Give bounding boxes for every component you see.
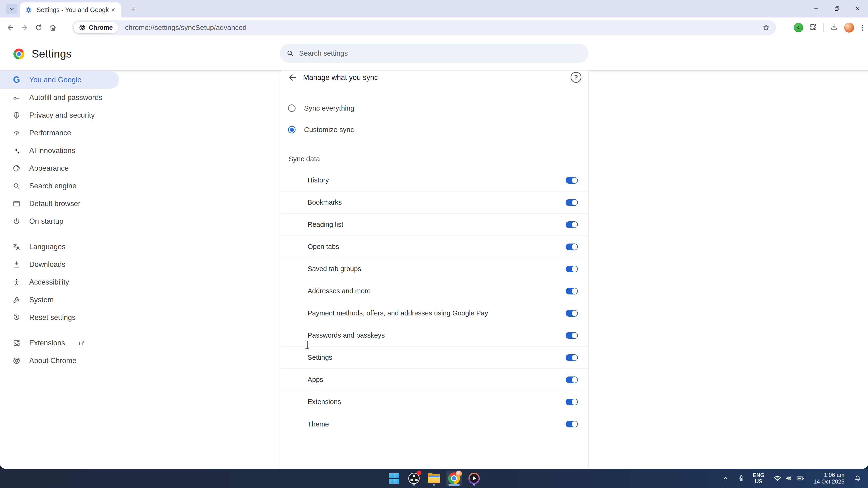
passwords-toggle[interactable] [566, 332, 578, 339]
forward-button[interactable] [18, 21, 32, 35]
tray-date: 14 Oct 2025 [813, 478, 844, 485]
settings-search-input[interactable]: Search settings [280, 44, 588, 63]
sidebar-item-downloads[interactable]: Downloads [0, 256, 122, 273]
radio-icon[interactable] [288, 126, 296, 133]
media-player-icon [468, 473, 480, 484]
bookmarks-toggle[interactable] [566, 199, 578, 206]
reading-list-toggle[interactable] [566, 221, 578, 228]
extensions-button[interactable] [809, 23, 817, 32]
taskbar-file-explorer[interactable] [426, 470, 442, 486]
history-toggle[interactable] [566, 177, 578, 184]
site-info-chip[interactable]: Chrome [73, 22, 118, 33]
page-back-button[interactable] [286, 71, 299, 84]
active-indicator [448, 484, 460, 486]
restore-button[interactable] [827, 0, 847, 18]
adblock-extension-icon[interactable] [794, 23, 803, 32]
download-icon [12, 261, 21, 268]
sidebar-item-reset-settings[interactable]: Reset settings [0, 308, 122, 326]
browser-menu-button[interactable] [860, 25, 865, 31]
wifi-icon[interactable] [773, 474, 781, 482]
radio-icon[interactable] [288, 104, 296, 112]
radio-sync-everything[interactable]: Sync everything [288, 101, 354, 116]
sparkle-icon [12, 147, 21, 155]
taskbar-chrome[interactable] [446, 470, 462, 486]
browser-window: Settings - You and Google × + [0, 0, 868, 469]
sidebar-divider [0, 234, 120, 234]
language-indicator[interactable]: ENG US [753, 472, 765, 484]
speedometer-icon [12, 129, 21, 137]
notification-bell-icon[interactable] [854, 475, 861, 482]
browser-toolbar: Chrome chrome://settings/syncSetup/advan… [0, 18, 868, 38]
taskbar-media-player[interactable] [466, 470, 482, 486]
sidebar-item-accessibility[interactable]: Accessibility [0, 273, 122, 291]
new-tab-button[interactable]: + [127, 3, 139, 14]
close-button[interactable] [847, 0, 868, 18]
toolbar-separator [824, 23, 824, 32]
taskbar-app-group [386, 470, 482, 486]
sync-row-apps: Apps [281, 369, 588, 391]
forward-arrow-icon [21, 24, 29, 32]
window-controls [806, 0, 868, 18]
sidebar-item-autofill[interactable]: Autofill and passwords [0, 89, 122, 106]
tray-chevron-up-icon[interactable] [722, 475, 729, 482]
sidebar-item-default-browser[interactable]: Default browser [0, 195, 122, 213]
sync-toggle-list: History Bookmarks Reading list Open tabs… [281, 169, 588, 435]
profile-avatar[interactable] [844, 23, 854, 33]
sidebar-item-languages[interactable]: Languages [0, 238, 122, 256]
browser-window-icon [12, 200, 21, 208]
payment-methods-toggle[interactable] [566, 310, 578, 317]
sidebar-item-appearance[interactable]: Appearance [0, 159, 122, 177]
url-text[interactable]: chrome://settings/syncSetup/advanced [125, 24, 761, 32]
tab-search-button[interactable] [6, 4, 18, 14]
help-button[interactable]: ? [570, 72, 582, 83]
sidebar-item-performance[interactable]: Performance [0, 124, 122, 142]
settings-toggle[interactable] [566, 354, 578, 361]
tray-time: 1:06 am [813, 472, 844, 478]
sync-data-section-title: Sync data [288, 155, 320, 163]
minimize-icon [813, 6, 819, 12]
sync-row-theme: Theme [281, 413, 588, 435]
star-icon [762, 24, 770, 31]
address-bar[interactable]: Chrome chrome://settings/syncSetup/advan… [72, 20, 776, 35]
microphone-icon[interactable] [738, 475, 745, 482]
sidebar-item-search-engine[interactable]: Search engine [0, 177, 122, 195]
browser-tab[interactable]: Settings - You and Google × [20, 2, 121, 18]
power-icon [12, 217, 21, 225]
sync-row-payment-methods: Payment methods, offers, and addresses u… [281, 302, 588, 324]
battery-icon[interactable] [796, 474, 805, 483]
sidebar-item-on-startup[interactable]: On startup [0, 213, 122, 230]
windows-start-icon [389, 473, 399, 484]
downloads-button[interactable] [830, 23, 838, 32]
shield-icon [12, 111, 21, 119]
chrome-profile-badge [456, 470, 462, 477]
sidebar-item-you-and-google[interactable]: G You and Google [0, 71, 119, 89]
reload-button[interactable] [32, 21, 46, 35]
sidebar-item-system[interactable]: System [0, 291, 122, 308]
open-tabs-toggle[interactable] [566, 243, 578, 250]
addresses-toggle[interactable] [566, 288, 578, 294]
extensions-toggle[interactable] [566, 399, 578, 405]
sidebar-item-privacy[interactable]: Privacy and security [0, 106, 122, 124]
system-tray: ENG US 1:06 am 14 Oct 2025 [722, 469, 861, 488]
apps-toggle[interactable] [566, 377, 578, 383]
taskbar-obs[interactable] [406, 470, 422, 486]
sidebar-item-ai-innovations[interactable]: AI innovations [0, 142, 122, 159]
tab-close-icon[interactable]: × [109, 6, 117, 14]
back-button[interactable] [3, 21, 18, 35]
puzzle-icon [809, 23, 817, 31]
saved-tab-groups-toggle[interactable] [566, 266, 578, 272]
start-button[interactable] [386, 470, 402, 486]
sidebar-item-extensions[interactable]: Extensions [0, 334, 122, 352]
sidebar-item-about-chrome[interactable]: About Chrome [0, 352, 122, 369]
key-icon [12, 94, 21, 102]
bookmark-star-button[interactable] [761, 22, 771, 33]
home-button[interactable] [46, 21, 60, 35]
volume-icon[interactable] [785, 474, 793, 482]
puzzle-icon [12, 339, 21, 347]
settings-search-placeholder: Search settings [299, 49, 348, 57]
radio-customize-sync[interactable]: Customize sync [288, 122, 354, 137]
minimize-button[interactable] [806, 0, 827, 18]
theme-toggle[interactable] [566, 421, 578, 427]
recording-badge [416, 470, 421, 475]
clock[interactable]: 1:06 am 14 Oct 2025 [813, 472, 844, 485]
